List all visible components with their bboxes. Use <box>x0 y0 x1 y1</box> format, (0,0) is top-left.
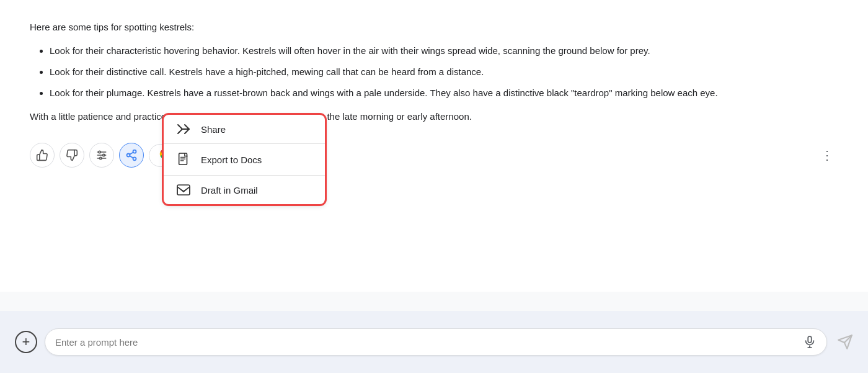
bullet-item-1: Look for their characteristic hovering b… <box>50 43 838 58</box>
send-button[interactable] <box>837 334 853 350</box>
menu-item-draft-gmail[interactable]: Draft in Gmail <box>164 176 325 204</box>
svg-point-5 <box>99 151 100 153</box>
menu-share-label: Share <box>201 124 226 135</box>
thumbs-up-button[interactable] <box>30 143 55 168</box>
thumbs-down-button[interactable] <box>60 143 84 168</box>
svg-line-11 <box>130 156 133 158</box>
docs-icon <box>176 153 191 166</box>
svg-point-6 <box>103 154 105 156</box>
intro-text: Here are some tips for spotting kestrels… <box>30 20 838 35</box>
share-button[interactable] <box>119 143 144 168</box>
prompt-input-wrapper <box>45 328 827 356</box>
menu-export-docs-label: Export to Docs <box>201 155 262 165</box>
prompt-input[interactable] <box>55 337 797 348</box>
bottom-bar: + <box>0 311 868 373</box>
svg-point-7 <box>100 157 102 159</box>
svg-rect-13 <box>808 336 812 343</box>
add-button[interactable]: + <box>15 331 37 353</box>
menu-draft-gmail-label: Draft in Gmail <box>201 185 258 195</box>
bullet-item-3: Look for their plumage. Kestrels have a … <box>50 86 838 101</box>
svg-rect-1 <box>177 185 190 195</box>
adjust-button[interactable] <box>89 143 114 168</box>
microphone-button[interactable] <box>803 335 817 349</box>
more-options-button[interactable]: ⋮ <box>816 145 838 165</box>
closing-text: With a little patience and practice, you… <box>30 109 838 124</box>
menu-item-export-docs[interactable]: Export to Docs <box>164 144 325 175</box>
bullet-list: Look for their characteristic hovering b… <box>30 43 838 101</box>
main-content: Here are some tips for spotting kestrels… <box>0 0 868 292</box>
menu-item-share[interactable]: Share <box>164 115 325 143</box>
svg-line-12 <box>130 152 133 154</box>
context-menu: Share Export to Docs <box>164 115 325 204</box>
share-icon <box>176 124 191 135</box>
action-bar: Google it ⋮ <box>30 137 838 174</box>
gmail-icon <box>176 184 191 195</box>
more-icon: ⋮ <box>821 148 833 162</box>
bullet-item-2: Look for their distinctive call. Kestrel… <box>50 65 838 79</box>
add-icon: + <box>22 334 30 350</box>
